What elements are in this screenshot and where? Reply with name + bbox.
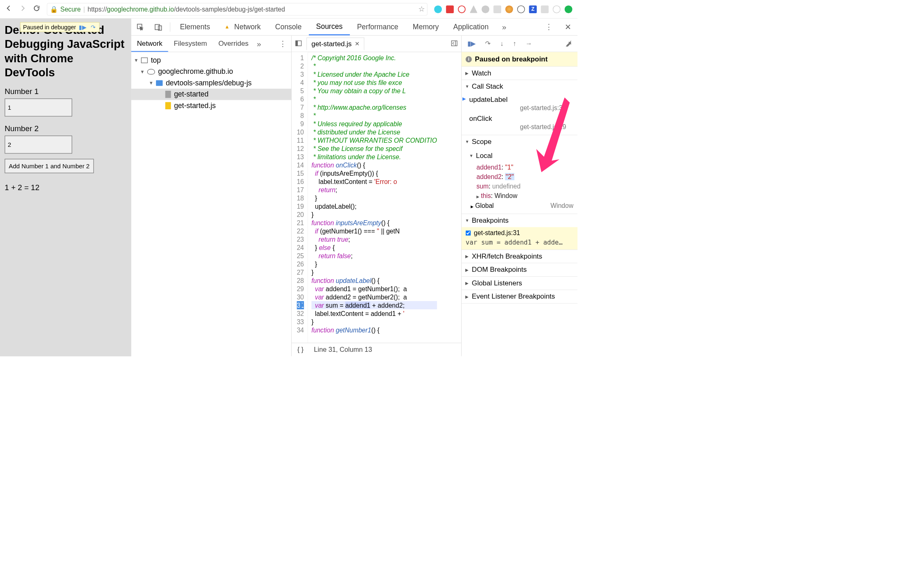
debug-section[interactable]: ▶Event Listener Breakpoints [462, 290, 578, 303]
ext-icon[interactable] [470, 5, 478, 13]
result-text: 1 + 2 = 12 [5, 183, 126, 192]
add-button[interactable]: Add Number 1 and Number 2 [5, 159, 94, 173]
file-navigator: Network Filesystem Overrides » ⋮ ▼top ▼g… [131, 35, 292, 356]
toggle-nav-icon[interactable] [295, 40, 302, 48]
tab-memory[interactable]: Memory [405, 19, 446, 35]
ext-icon[interactable] [565, 5, 573, 13]
kebab-icon[interactable]: ⋮ [539, 22, 559, 31]
editor-tab[interactable]: get-started.js ✕ [306, 38, 364, 50]
lock-icon: 🔒 [50, 5, 58, 13]
step-into-icon[interactable]: ↓ [500, 40, 504, 47]
tab-elements[interactable]: Elements [173, 19, 217, 35]
extension-icons: Z [434, 5, 573, 13]
code-editor: get-started.js ✕ 12345678910111213141516… [292, 35, 462, 356]
close-tab-icon[interactable]: ✕ [355, 40, 359, 47]
debug-section[interactable]: ▶DOM Breakpoints [462, 263, 578, 276]
tab-network[interactable]: Network [217, 19, 268, 35]
paused-overlay: Paused in debugger ▮▶ ↷ [20, 22, 99, 32]
tree-file-html[interactable]: get-started [131, 89, 291, 100]
tab-performance[interactable]: Performance [350, 19, 405, 35]
debugger-sidebar: ▮▶ ↷ ↓ ↑ → ⬈̸ i Paused on breakpoint ▶Wa… [462, 35, 578, 356]
scope-variable[interactable]: addend2: "2" [462, 172, 578, 181]
debug-section[interactable]: ▶XHR/fetch Breakpoints [462, 250, 578, 263]
watch-section[interactable]: ▶Watch [462, 66, 578, 80]
source-code[interactable]: /* Copyright 2016 Google Inc. * * Licens… [308, 52, 437, 343]
number1-label: Number 1 [5, 87, 126, 96]
nav-menu-icon[interactable]: ⋮ [279, 39, 287, 48]
subtab-filesystem[interactable]: Filesystem [168, 35, 213, 52]
ext-icon[interactable] [505, 5, 513, 13]
step-icon[interactable]: → [526, 40, 532, 47]
breakpoint-checkbox[interactable] [466, 230, 471, 236]
tree-host[interactable]: ▼googlechrome.github.io [131, 66, 291, 78]
svg-rect-4 [451, 41, 457, 46]
ext-icon[interactable] [541, 5, 549, 13]
reload-button[interactable] [33, 5, 40, 14]
stack-frame[interactable]: updateLabelget-started.js:31 [462, 94, 578, 113]
folder-icon [156, 80, 163, 86]
tab-sources[interactable]: Sources [309, 19, 350, 35]
ext-icon[interactable] [517, 5, 525, 13]
forward-button[interactable] [19, 5, 26, 14]
toggle-sidebar-icon[interactable] [451, 40, 457, 48]
ext-icon[interactable] [493, 5, 501, 13]
scope-variable[interactable]: sum: undefined [462, 181, 578, 191]
number2-input[interactable] [5, 136, 72, 154]
browser-toolbar: 🔒 Secure | https://googlechrome.github.i… [0, 0, 578, 19]
breakpoint-item[interactable]: get-started.js:31 var sum = addend1 + ad… [462, 227, 578, 250]
scope-variable[interactable]: addend1: "1" [462, 163, 578, 172]
ext-icon[interactable] [434, 5, 442, 13]
number2-label: Number 2 [5, 124, 126, 133]
debug-section[interactable]: ▶Global Listeners [462, 277, 578, 290]
cloud-icon [147, 69, 155, 75]
demo-page: Paused in debugger ▮▶ ↷ Demo: Get Starte… [0, 19, 131, 356]
subtab-network[interactable]: Network [131, 35, 168, 52]
deactivate-bp-icon[interactable]: ⬈̸ [566, 39, 572, 48]
more-tabs-icon[interactable]: » [496, 23, 512, 31]
callstack-section[interactable]: ▼Call Stack [462, 80, 578, 93]
info-icon: i [466, 56, 472, 62]
close-devtools-icon[interactable]: ✕ [559, 22, 578, 31]
scope-this[interactable]: ▶this: Window [462, 191, 578, 200]
tree-top[interactable]: ▼top [131, 55, 291, 66]
tab-application[interactable]: Application [446, 19, 496, 35]
stack-frame[interactable]: onClickget-started.js:19 [462, 113, 578, 132]
tab-console[interactable]: Console [268, 19, 309, 35]
ext-icon[interactable]: Z [529, 5, 537, 13]
address-bar[interactable]: 🔒 Secure | https://googlechrome.github.i… [47, 3, 428, 15]
inspect-icon[interactable] [131, 23, 149, 31]
svg-rect-1 [155, 24, 160, 30]
file-icon [165, 91, 171, 98]
number1-input[interactable] [5, 99, 72, 117]
resume-icon[interactable]: ▮▶ [467, 40, 476, 47]
devtools-tabs: Elements Network Console Sources Perform… [131, 19, 578, 35]
tree-folder[interactable]: ▼devtools-samples/debug-js [131, 78, 291, 89]
js-file-icon [165, 102, 171, 110]
subtab-overrides[interactable]: Overrides [213, 35, 255, 52]
step-over-icon[interactable]: ↷ [485, 40, 491, 47]
format-icon[interactable]: { } [297, 346, 304, 353]
scope-local[interactable]: ▼Local [462, 149, 578, 163]
scope-global[interactable]: ▶GlobalWindow [462, 200, 578, 211]
ext-icon[interactable] [482, 5, 490, 13]
device-icon[interactable] [149, 23, 167, 31]
tree-file-js[interactable]: get-started.js [131, 100, 291, 112]
resume-icon[interactable]: ▮▶ [79, 24, 87, 31]
ext-icon[interactable] [458, 5, 466, 13]
ext-icon[interactable] [446, 5, 454, 13]
more-subtabs-icon[interactable]: » [257, 39, 261, 48]
step-out-icon[interactable]: ↑ [513, 40, 516, 47]
devtools: Elements Network Console Sources Perform… [131, 19, 578, 356]
secure-label: Secure [60, 5, 81, 13]
star-icon[interactable]: ☆ [418, 5, 425, 14]
step-over-icon[interactable]: ↷ [90, 24, 97, 31]
breakpoints-section[interactable]: ▼Breakpoints [462, 214, 578, 227]
back-button[interactable] [5, 5, 13, 14]
scope-section[interactable]: ▼Scope [462, 135, 578, 148]
ext-icon[interactable] [553, 5, 561, 13]
paused-banner: i Paused on breakpoint [462, 52, 578, 66]
cursor-position: Line 31, Column 13 [314, 346, 372, 353]
